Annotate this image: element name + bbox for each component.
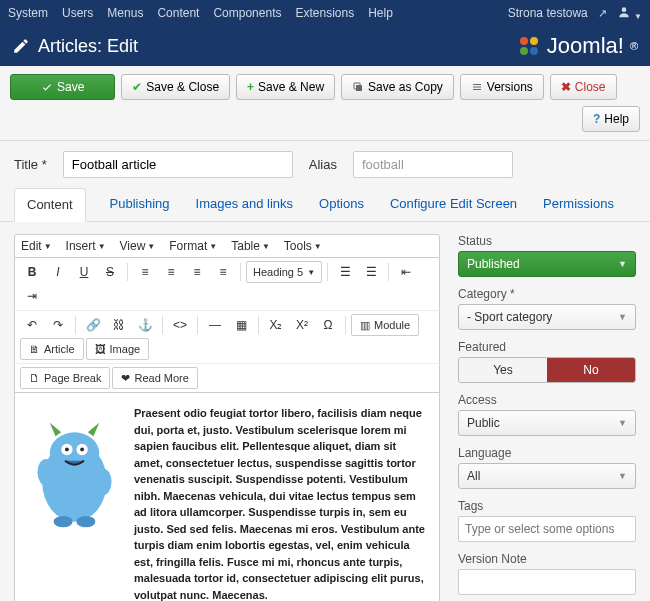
align-center-icon[interactable]: ≡ bbox=[159, 261, 183, 283]
unlink-icon[interactable]: ⛓ bbox=[107, 314, 131, 336]
menu-extensions[interactable]: Extensions bbox=[295, 6, 354, 20]
readmore-button[interactable]: ❤ Read More bbox=[112, 367, 197, 389]
access-select[interactable]: Public▼ bbox=[458, 410, 636, 436]
featured-yes[interactable]: Yes bbox=[459, 358, 547, 382]
svg-point-12 bbox=[80, 448, 84, 452]
svg-point-15 bbox=[54, 516, 73, 527]
bold-icon[interactable]: B bbox=[20, 261, 44, 283]
tab-content[interactable]: Content bbox=[14, 188, 86, 222]
featured-no[interactable]: No bbox=[547, 358, 635, 382]
title-input[interactable] bbox=[63, 151, 293, 178]
menu-help[interactable]: Help bbox=[368, 6, 393, 20]
admin-topbar: System Users Menus Content Components Ex… bbox=[0, 0, 650, 26]
svg-point-11 bbox=[65, 448, 69, 452]
redo-icon[interactable]: ↷ bbox=[46, 314, 70, 336]
svg-point-14 bbox=[94, 468, 111, 495]
monster-image bbox=[27, 405, 122, 530]
underline-icon[interactable]: U bbox=[72, 261, 96, 283]
tab-permissions[interactable]: Permissions bbox=[541, 188, 616, 221]
special-char-icon[interactable]: Ω bbox=[316, 314, 340, 336]
editor-toolbar-3: 🗋 Page Break ❤ Read More bbox=[14, 364, 440, 393]
editor-menubar: Edit▼ Insert▼ View▼ Format▼ Table▼ Tools… bbox=[14, 234, 440, 258]
pagebreak-button[interactable]: 🗋 Page Break bbox=[20, 367, 110, 389]
svg-point-2 bbox=[530, 37, 538, 45]
editor-menu-insert[interactable]: Insert▼ bbox=[66, 239, 106, 253]
menu-system[interactable]: System bbox=[8, 6, 48, 20]
svg-point-3 bbox=[520, 47, 528, 55]
version-note-input[interactable] bbox=[458, 569, 636, 595]
source-code-icon[interactable]: <> bbox=[168, 314, 192, 336]
tab-publishing[interactable]: Publishing bbox=[108, 188, 172, 221]
bullet-list-icon[interactable]: ☰ bbox=[333, 261, 357, 283]
editor-toolbar-1: B I U S ≡ ≡ ≡ ≡ Heading 5▼ ☰ ☰ ⇤ ⇥ bbox=[14, 258, 440, 311]
tab-configure-edit[interactable]: Configure Edit Screen bbox=[388, 188, 519, 221]
editor-content[interactable]: Praesent odio feugiat tortor libero, fac… bbox=[14, 393, 440, 601]
svg-point-16 bbox=[76, 516, 95, 527]
external-link-icon[interactable]: ↗ bbox=[598, 7, 607, 20]
menu-menus[interactable]: Menus bbox=[107, 6, 143, 20]
intro-text: Praesent odio feugiat tortor libero, fac… bbox=[134, 405, 427, 601]
editor-menu-format[interactable]: Format▼ bbox=[169, 239, 217, 253]
page-header: Articles: Edit Joomla!® bbox=[0, 26, 650, 66]
editor-menu-tools[interactable]: Tools▼ bbox=[284, 239, 322, 253]
editor-menu-edit[interactable]: Edit▼ bbox=[21, 239, 52, 253]
hr-icon[interactable]: — bbox=[203, 314, 227, 336]
outdent-icon[interactable]: ⇤ bbox=[394, 261, 418, 283]
featured-label: Featured bbox=[458, 340, 636, 354]
alias-input[interactable] bbox=[353, 151, 513, 178]
menu-users[interactable]: Users bbox=[62, 6, 93, 20]
tab-options[interactable]: Options bbox=[317, 188, 366, 221]
versions-button[interactable]: Versions bbox=[460, 74, 544, 100]
alias-label: Alias bbox=[309, 157, 337, 172]
anchor-icon[interactable]: ⚓ bbox=[133, 314, 157, 336]
page-title: Articles: Edit bbox=[38, 36, 138, 57]
link-icon[interactable]: 🔗 bbox=[81, 314, 105, 336]
language-select[interactable]: All▼ bbox=[458, 463, 636, 489]
close-button[interactable]: ✖Close bbox=[550, 74, 617, 100]
table-icon[interactable]: ▦ bbox=[229, 314, 253, 336]
image-button[interactable]: 🖼 Image bbox=[86, 338, 150, 360]
heading-select[interactable]: Heading 5▼ bbox=[246, 261, 322, 283]
strikethrough-icon[interactable]: S bbox=[98, 261, 122, 283]
number-list-icon[interactable]: ☰ bbox=[359, 261, 383, 283]
topbar-menus: System Users Menus Content Components Ex… bbox=[8, 6, 393, 20]
joomla-logo: Joomla!® bbox=[517, 33, 638, 59]
category-select[interactable]: - Sport category▼ bbox=[458, 304, 636, 330]
menu-components[interactable]: Components bbox=[213, 6, 281, 20]
undo-icon[interactable]: ↶ bbox=[20, 314, 44, 336]
user-menu-icon[interactable]: ▼ bbox=[617, 5, 642, 22]
tags-label: Tags bbox=[458, 499, 636, 513]
editor-menu-table[interactable]: Table▼ bbox=[231, 239, 270, 253]
italic-icon[interactable]: I bbox=[46, 261, 70, 283]
svg-point-8 bbox=[50, 432, 99, 474]
align-justify-icon[interactable]: ≡ bbox=[211, 261, 235, 283]
module-button[interactable]: ▥ Module bbox=[351, 314, 419, 336]
main-area: Edit▼ Insert▼ View▼ Format▼ Table▼ Tools… bbox=[0, 222, 650, 601]
align-right-icon[interactable]: ≡ bbox=[185, 261, 209, 283]
category-label: Category * bbox=[458, 287, 636, 301]
save-close-button[interactable]: ✔Save & Close bbox=[121, 74, 230, 100]
menu-content[interactable]: Content bbox=[157, 6, 199, 20]
save-new-button[interactable]: +Save & New bbox=[236, 74, 335, 100]
article-tabs: Content Publishing Images and links Opti… bbox=[0, 188, 650, 222]
help-button[interactable]: ?Help bbox=[582, 106, 640, 132]
align-left-icon[interactable]: ≡ bbox=[133, 261, 157, 283]
tags-input[interactable] bbox=[458, 516, 636, 542]
editor-menu-view[interactable]: View▼ bbox=[120, 239, 156, 253]
svg-point-1 bbox=[520, 37, 528, 45]
editor-column: Edit▼ Insert▼ View▼ Format▼ Table▼ Tools… bbox=[14, 234, 440, 601]
featured-toggle[interactable]: Yes No bbox=[458, 357, 636, 383]
status-label: Status bbox=[458, 234, 636, 248]
article-button[interactable]: 🗎 Article bbox=[20, 338, 84, 360]
indent-icon[interactable]: ⇥ bbox=[20, 285, 44, 307]
action-toolbar: Save ✔Save & Close +Save & New Save as C… bbox=[0, 66, 650, 141]
superscript-icon[interactable]: X² bbox=[290, 314, 314, 336]
site-name-link[interactable]: Strona testowa bbox=[508, 6, 588, 20]
tab-images-links[interactable]: Images and links bbox=[194, 188, 296, 221]
save-button[interactable]: Save bbox=[10, 74, 115, 100]
status-select[interactable]: Published▼ bbox=[458, 251, 636, 277]
svg-point-13 bbox=[37, 459, 54, 486]
svg-rect-5 bbox=[356, 85, 362, 91]
save-copy-button[interactable]: Save as Copy bbox=[341, 74, 454, 100]
subscript-icon[interactable]: X₂ bbox=[264, 314, 288, 336]
